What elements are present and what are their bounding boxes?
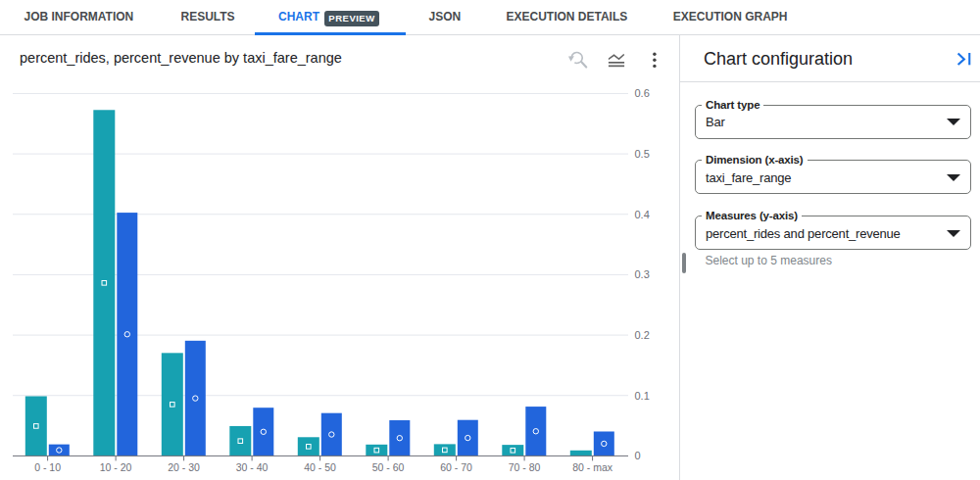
- svg-text:0.4: 0.4: [635, 209, 650, 220]
- svg-text:40 - 50: 40 - 50: [304, 461, 336, 473]
- svg-text:0.6: 0.6: [635, 87, 650, 99]
- svg-text:0: 0: [635, 450, 641, 461]
- svg-text:0.5: 0.5: [635, 148, 650, 160]
- svg-text:80 - max: 80 - max: [572, 461, 613, 473]
- svg-text:0 - 10: 0 - 10: [34, 461, 61, 473]
- svg-text:0.1: 0.1: [635, 390, 650, 402]
- svg-text:0.3: 0.3: [635, 268, 650, 280]
- svg-text:0.2: 0.2: [635, 329, 650, 341]
- svg-text:20 - 30: 20 - 30: [168, 461, 200, 473]
- svg-text:60 - 70: 60 - 70: [440, 461, 472, 473]
- svg-text:10 - 20: 10 - 20: [100, 461, 132, 473]
- svg-text:70 - 80: 70 - 80: [509, 461, 541, 473]
- svg-text:50 - 60: 50 - 60: [372, 461, 405, 473]
- svg-text:30 - 40: 30 - 40: [236, 461, 269, 473]
